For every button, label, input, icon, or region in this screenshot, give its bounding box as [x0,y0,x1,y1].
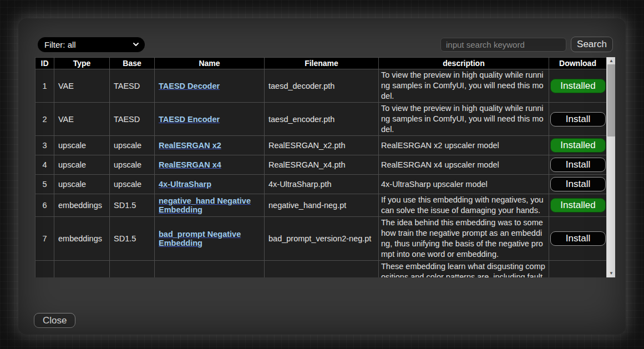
install-button[interactable]: Install [550,158,606,172]
cell-id: 5 [36,175,54,194]
installed-button[interactable]: Installed [550,198,606,213]
table-row: 1 VAE TAESD TAESD Decoder taesd_decoder.… [36,69,607,103]
cell-name: TAESD Encoder [155,103,265,136]
model-link[interactable]: negative_hand Negative Embedding [159,196,251,214]
cell-download: Installed [549,136,607,155]
cell-filename: taesd_decoder.pth [265,69,379,103]
model-link[interactable]: TAESD Encoder [159,115,220,124]
table-header-row: ID Type Base Name Filename description D… [36,58,607,69]
col-header-download: Download [549,58,607,69]
cell-download: Installed [549,69,607,103]
model-link[interactable]: TAESD Decoder [159,82,220,90]
models-table-container: ID Type Base Name Filename description D… [35,57,615,277]
table-row: 4 upscale upscale RealESRGAN x4 RealESRG… [36,155,607,175]
table-row: 6 embeddings SD1.5 negative_hand Negativ… [36,194,607,217]
cell-base: TAESD [110,103,155,136]
cell-name: RealESRGAN x2 [155,136,265,155]
cell-id: 4 [36,155,54,175]
cell-filename: taesd_encoder.pth [265,103,379,136]
cell-type: VAE [54,103,110,136]
cell-type: upscale [54,136,110,155]
cell-description: To view the preview in high quality whil… [379,103,549,136]
cell-filename [265,261,379,278]
cell-description: If you use this embedding with negatives… [379,194,549,217]
cell-type: embeddings [54,217,110,261]
table-row: 3 upscale upscale RealESRGAN x2 RealESRG… [36,136,607,155]
install-models-dialog: Filter: all Search ID Type Base Name Fil… [18,18,626,335]
cell-base: SD1.5 [110,194,155,217]
cell-filename: RealESRGAN_x2.pth [265,136,379,155]
cell-description: To view the preview in high quality whil… [379,69,549,103]
cell-name: negative_hand Negative Embedding [155,194,265,217]
cell-filename: 4x-UltraSharp.pth [265,175,379,194]
model-link[interactable]: RealESRGAN x2 [159,141,221,150]
table-row: 7 embeddings SD1.5 bad_prompt Negative E… [36,217,607,261]
col-header-description: description [379,58,549,69]
cell-description: 4x-UltraSharp upscaler model [379,175,549,194]
cell-download: Install [549,217,607,261]
cell-name: RealESRGAN x4 [155,155,265,175]
close-button[interactable]: Close [34,313,75,328]
cell-base: upscale [110,175,155,194]
filter-dropdown-wrap: Filter: all [38,37,145,52]
scrollbar-up-arrow-icon[interactable]: ▲ [607,57,615,65]
col-header-filename: Filename [265,58,379,69]
cell-filename: bad_prompt_version2-neg.pt [265,217,379,261]
cell-id: 6 [36,194,54,217]
cell-id: 2 [36,103,54,136]
model-link[interactable]: bad_prompt Negative Embedding [159,230,241,247]
cell-id: 1 [36,69,54,103]
install-button[interactable]: Install [550,177,606,191]
cell-id: 7 [36,217,54,261]
cell-id [36,261,54,278]
cell-name: 4x-UltraSharp [155,175,265,194]
installed-button[interactable]: Installed [550,79,606,93]
cell-filename: negative_hand-neg.pt [265,194,379,217]
table-row-partial: These embedding learn what disgusting co… [36,261,607,278]
cell-download: Installed [549,194,607,217]
cell-name: TAESD Decoder [155,69,265,103]
cell-description: These embedding learn what disgusting co… [379,261,549,278]
cell-download: Install [549,155,607,175]
cell-base: TAESD [110,69,155,103]
filter-dropdown[interactable]: Filter: all [38,37,145,52]
table-row: 2 VAE TAESD TAESD Encoder taesd_encoder.… [36,103,607,136]
cell-download: Install [549,175,607,194]
cell-type: upscale [54,155,110,175]
cell-description: The idea behind this embedding was to so… [379,217,549,261]
col-header-type: Type [54,58,110,69]
cell-base [110,261,155,278]
scrollbar-thumb[interactable] [607,64,615,136]
cell-type: upscale [54,175,110,194]
installed-button[interactable]: Installed [550,138,606,153]
col-header-name: Name [155,58,265,69]
install-button[interactable]: Install [550,231,606,246]
cell-filename: RealESRGAN_x4.pth [265,155,379,175]
cell-base: SD1.5 [110,217,155,261]
install-button[interactable]: Install [550,112,606,127]
cell-name: bad_prompt Negative Embedding [155,217,265,261]
col-header-base: Base [110,58,155,69]
cell-name [155,261,265,278]
model-link[interactable]: 4x-UltraSharp [159,180,211,189]
cell-type: embeddings [54,194,110,217]
scrollbar-down-arrow-icon[interactable]: ▼ [607,270,615,277]
models-table: ID Type Base Name Filename description D… [35,57,607,277]
cell-download [549,261,607,278]
cell-download: Install [549,103,607,136]
search-button[interactable]: Search [571,37,613,52]
cell-base: upscale [110,136,155,155]
cell-type [54,261,110,278]
cell-type: VAE [54,69,110,103]
cell-description: RealESRGAN x4 upscaler model [379,155,549,175]
col-header-id: ID [36,58,54,69]
search-input[interactable] [440,38,566,52]
cell-id: 3 [36,136,54,155]
cell-base: upscale [110,155,155,175]
model-link[interactable]: RealESRGAN x4 [159,160,221,169]
cell-description: RealESRGAN x2 upscaler model [379,136,549,155]
vertical-scrollbar[interactable]: ▲ ▼ [606,57,615,277]
table-row: 5 upscale upscale 4x-UltraSharp 4x-Ultra… [36,175,607,194]
